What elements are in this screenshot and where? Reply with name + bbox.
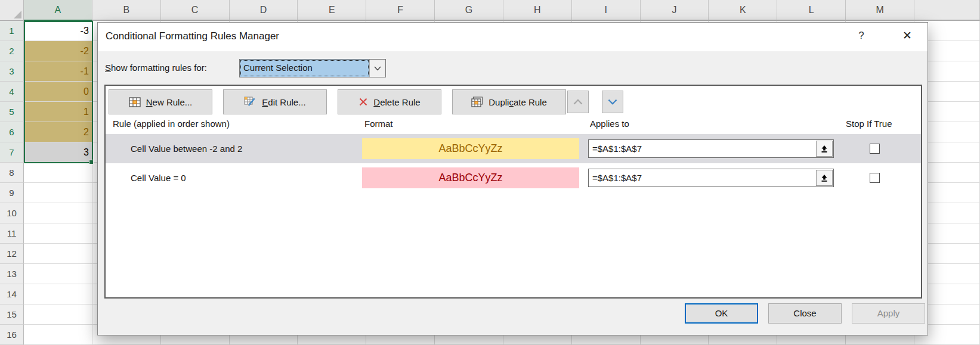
new-rule-button[interactable]: New Rule... [109, 89, 212, 114]
chevron-up-icon [573, 99, 583, 105]
column-header-G[interactable]: G [435, 0, 503, 21]
row-header-12[interactable]: 12 [0, 244, 24, 264]
edit-rule-label: Edit Rule... [262, 97, 305, 107]
cf-rules-manager-dialog: Conditional Formatting Rules Manager ? ✕… [97, 22, 928, 335]
dialog-title: Conditional Formatting Rules Manager [106, 30, 279, 42]
row-header-14[interactable]: 14 [0, 284, 24, 304]
new-rule-label: New Rule... [146, 97, 193, 107]
fill-handle[interactable] [89, 160, 94, 164]
format-preview: AaBbCcYyZz [362, 138, 579, 159]
cell-A14[interactable] [24, 284, 92, 304]
edit-rule-button[interactable]: Edit Rule... [223, 89, 327, 114]
cell-A13[interactable] [24, 264, 92, 284]
column-headers: ABCDEFGHIJKLM [24, 0, 980, 21]
show-rules-dropdown[interactable]: Current Selection [239, 59, 386, 77]
excel-app: ABCDEFGHIJKLM 12345678910111213141516 -3… [0, 0, 980, 345]
show-rules-label: Show formatting rules for: [105, 63, 207, 73]
cell-A2[interactable]: -2 [24, 41, 92, 61]
cell-A1[interactable]: -3 [24, 21, 92, 41]
cell-A9[interactable] [24, 183, 92, 203]
column-header-E[interactable]: E [298, 0, 366, 21]
cell-A15[interactable] [24, 304, 92, 325]
column-header-C[interactable]: C [161, 0, 230, 21]
cell-A5[interactable]: 1 [24, 102, 92, 122]
rule-description: Cell Value = 0 [131, 163, 186, 192]
move-rule-down-button[interactable] [602, 91, 623, 113]
header-format: Format [364, 119, 393, 129]
new-rule-icon [129, 97, 141, 107]
header-rule: Rule (applied in order shown) [113, 119, 230, 129]
applies-to-field[interactable]: =$A$1:$A$7 [588, 169, 834, 187]
column-header-A[interactable]: A [24, 0, 92, 21]
applies-to-field[interactable]: =$A$1:$A$7 [588, 139, 834, 158]
cell-A6[interactable]: 2 [24, 122, 92, 142]
cell-A11[interactable] [24, 223, 92, 244]
cell-A10[interactable] [24, 203, 92, 223]
duplicate-rule-icon [471, 97, 483, 107]
rule-row[interactable]: Cell Value between -2 and 2 AaBbCcYyZz =… [106, 134, 921, 163]
select-all-corner[interactable] [0, 0, 24, 21]
row-header-15[interactable]: 15 [0, 304, 24, 325]
column-header-B[interactable]: B [92, 0, 161, 21]
row-header-13[interactable]: 13 [0, 264, 24, 284]
rule-description: Cell Value between -2 and 2 [131, 134, 242, 163]
stop-if-true-checkbox[interactable] [870, 173, 880, 183]
row-header-6[interactable]: 6 [0, 122, 24, 142]
cell-A16[interactable] [24, 325, 92, 345]
close-button[interactable]: Close [768, 303, 842, 324]
collapse-dialog-icon[interactable] [816, 141, 833, 157]
chevron-down-icon[interactable] [369, 60, 385, 77]
column-header-F[interactable]: F [366, 0, 435, 21]
row-header-11[interactable]: 11 [0, 223, 24, 244]
stop-if-true-checkbox[interactable] [870, 144, 880, 154]
column-header-blank[interactable] [914, 0, 980, 21]
column-header-I[interactable]: I [572, 0, 641, 21]
row-header-2[interactable]: 2 [0, 41, 24, 61]
rules-list-panel: New Rule... Edit Rule... Delete Rule [104, 85, 922, 299]
cell-A7[interactable]: 3 [24, 142, 92, 163]
delete-rule-label: Delete Rule [373, 97, 420, 107]
column-header-H[interactable]: H [503, 0, 572, 21]
column-header-L[interactable]: L [777, 0, 846, 21]
cell-A12[interactable] [24, 244, 92, 264]
column-header-J[interactable]: J [641, 0, 709, 21]
show-rules-value: Current Selection [240, 60, 369, 77]
cell-A8[interactable] [24, 163, 92, 183]
chevron-down-icon [608, 99, 617, 105]
cell-A3[interactable]: -1 [24, 61, 92, 82]
cell-A4[interactable]: 0 [24, 82, 92, 102]
apply-button: Apply [852, 303, 925, 324]
rule-row[interactable]: Cell Value = 0 AaBbCcYyZz =$A$1:$A$7 [106, 163, 921, 192]
applies-to-value[interactable]: =$A$1:$A$7 [589, 140, 815, 157]
ok-button[interactable]: OK [685, 303, 758, 324]
header-applies-to: Applies to [590, 119, 629, 129]
help-icon[interactable]: ? [854, 30, 868, 42]
column-header-M[interactable]: M [846, 0, 914, 21]
row-header-16[interactable]: 16 [0, 325, 24, 345]
header-stop-if-true: Stop If True [846, 119, 892, 129]
collapse-dialog-icon[interactable] [816, 170, 833, 186]
format-preview: AaBbCcYyZz [362, 167, 579, 188]
edit-rule-icon [244, 97, 256, 107]
row-header-7[interactable]: 7 [0, 142, 24, 163]
row-header-8[interactable]: 8 [0, 163, 24, 183]
delete-rule-button[interactable]: Delete Rule [338, 89, 441, 114]
row-headers: 12345678910111213141516 [0, 21, 24, 345]
column-header-K[interactable]: K [709, 0, 777, 21]
row-header-4[interactable]: 4 [0, 82, 24, 102]
applies-to-value[interactable]: =$A$1:$A$7 [589, 169, 815, 187]
move-rule-up-button[interactable] [567, 91, 589, 113]
row-header-3[interactable]: 3 [0, 61, 24, 82]
delete-rule-icon [358, 97, 368, 107]
row-header-10[interactable]: 10 [0, 203, 24, 223]
close-icon[interactable]: ✕ [899, 29, 915, 42]
row-header-5[interactable]: 5 [0, 102, 24, 122]
column-header-D[interactable]: D [230, 0, 298, 21]
row-header-9[interactable]: 9 [0, 183, 24, 203]
row-header-1[interactable]: 1 [0, 21, 24, 41]
duplicate-rule-label: Duplicate Rule [489, 97, 547, 107]
duplicate-rule-button[interactable]: Duplicate Rule [452, 89, 566, 114]
dialog-titlebar: Conditional Formatting Rules Manager ? ✕ [98, 23, 928, 51]
